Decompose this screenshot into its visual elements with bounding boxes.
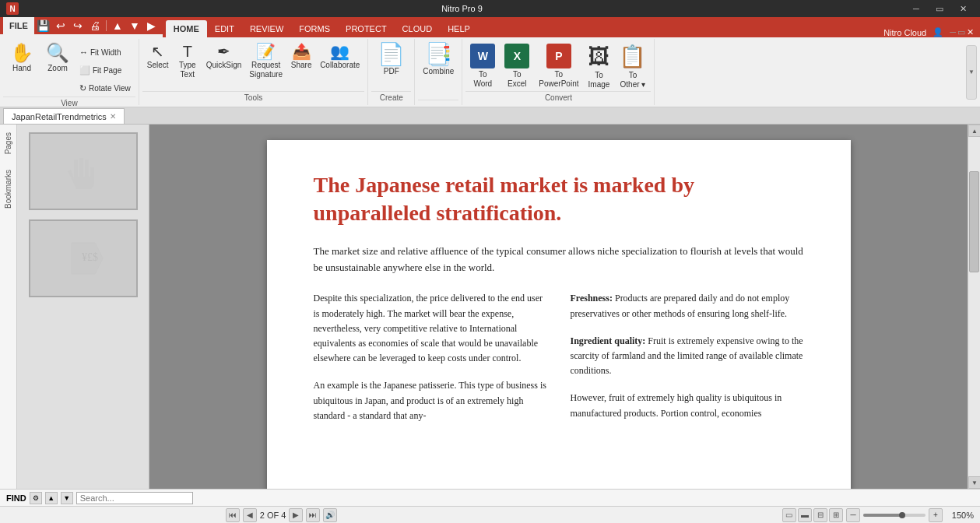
fit-width-button[interactable]: ↔ Fit Width [76, 44, 134, 61]
page-info: 2 OF 4 [260, 511, 286, 520]
tab-edit[interactable]: EDIT [207, 20, 242, 37]
undo-button[interactable]: ↩ [53, 19, 68, 33]
thumbnail-strip: ¥£$ [17, 125, 149, 489]
to-image-button[interactable]: 🖼 ToImage [585, 42, 613, 91]
tab-cloud[interactable]: CLOUD [395, 20, 441, 37]
find-next-button[interactable]: ▼ [61, 492, 73, 504]
hand-tool-button[interactable]: ✋ Hand [5, 42, 39, 75]
fit-page-button[interactable]: ⬜ Fit Page [76, 61, 134, 79]
quick-access-toolbar: FILE 💾 ↩ ↪ 🖨 ▲ ▼ ▶ [0, 17, 163, 34]
svg-text:¥£$: ¥£$ [82, 251, 98, 263]
ribbon-close[interactable]: ✕ [967, 27, 974, 37]
image-icon: 🖼 [588, 44, 609, 69]
tab-help[interactable]: HELP [440, 20, 478, 37]
restore-button[interactable]: ▭ [929, 2, 950, 16]
ribbon-restore[interactable]: ▭ [957, 27, 965, 37]
first-page-button[interactable]: ⏮ [226, 508, 240, 522]
convert-group-label: Convert [465, 91, 651, 104]
two-page-view[interactable]: ⊟ [813, 508, 827, 522]
user-icon[interactable]: 👤 [933, 27, 943, 37]
to-excel-button[interactable]: X ToExcel [501, 42, 532, 90]
excel-icon: X [504, 44, 529, 68]
find-settings-button[interactable]: ⚙ [30, 492, 42, 504]
document-tab[interactable]: JapanRetailTrendmetrics ✕ [3, 108, 125, 124]
ribbon-minimize[interactable]: ─ [950, 27, 956, 37]
page-navigation: ⏮ ◀ 2 OF 4 ▶ ⏭ 🔊 [226, 508, 338, 522]
scroll-up-button[interactable]: ▲ [968, 125, 980, 137]
vertical-scrollbar: ▲ ▼ [968, 125, 980, 489]
create-group-label: Create [371, 91, 411, 104]
left-panel: Pages Bookmarks [0, 125, 17, 489]
zoom-out-button[interactable]: ─ [846, 508, 860, 522]
zoom-slider[interactable] [863, 514, 926, 517]
pdf-heading: The Japanese retail market is marked by … [314, 171, 804, 228]
tools-group-label: Tools [142, 91, 365, 104]
audio-button[interactable]: 🔊 [323, 508, 337, 522]
single-page-view[interactable]: ▭ [782, 508, 796, 522]
share-button[interactable]: 📤 Share [287, 42, 315, 72]
select-icon: ↖ [151, 44, 164, 59]
type-text-button[interactable]: T TypeText [174, 42, 202, 81]
scroll-down-button[interactable]: ▼ [968, 476, 980, 489]
ribbon: ✋ Hand 🔍 Zoom ↔ Fit Width ⬜ Fit Page ↻ [0, 37, 980, 107]
scroll-thumb[interactable] [969, 171, 979, 273]
nitro-cloud-label[interactable]: Nitro Cloud [883, 28, 926, 37]
bookmarks-panel-tab[interactable]: Bookmarks [2, 165, 15, 213]
zoom-in-button[interactable]: + [929, 508, 943, 522]
other-icon: 📋 [619, 44, 646, 69]
rotate-view-button[interactable]: ↻ Rotate View [76, 79, 134, 97]
pdf-button[interactable]: 📄 PDF [374, 42, 408, 78]
document-tab-bar: JapanRetailTrendmetrics ✕ [0, 107, 980, 125]
scroll-track[interactable] [968, 137, 980, 476]
to-powerpoint-button[interactable]: P ToPowerPoint [536, 42, 581, 90]
collaborate-button[interactable]: 👥 Collaborate [317, 42, 363, 72]
find-prev-button[interactable]: ▲ [45, 492, 58, 504]
status-bar: ⏮ ◀ 2 OF 4 ▶ ⏭ 🔊 ▭ ▬ ⊟ ⊞ ─ + 150% [0, 506, 980, 523]
tab-protect[interactable]: PROTECT [338, 20, 395, 37]
close-tab-button[interactable]: ✕ [110, 112, 116, 121]
file-tab[interactable]: FILE [3, 17, 34, 34]
pdf-icon: 📄 [378, 44, 405, 65]
share-icon: 📤 [292, 44, 311, 59]
left-col-para1: Despite this specialization, the price d… [314, 291, 547, 366]
close-button[interactable]: ✕ [952, 2, 974, 16]
grid-view[interactable]: ⊞ [829, 508, 843, 522]
page-thumbnail-2[interactable]: ¥£$ [29, 219, 138, 297]
print-button[interactable]: 🖨 [87, 19, 103, 33]
tab-home[interactable]: HOME [166, 20, 207, 37]
prev-page-button[interactable]: ◀ [243, 508, 257, 522]
combine-group-label [418, 100, 458, 104]
quicksign-button[interactable]: ✒ QuickSign [203, 42, 245, 72]
request-signature-button[interactable]: 📝 RequestSignature [246, 42, 286, 81]
freshness-section: Freshness: Products are prepared daily a… [571, 291, 804, 321]
tab-review[interactable]: REVIEW [242, 20, 291, 37]
find-input[interactable] [76, 492, 193, 504]
combine-icon: 📑 [425, 44, 452, 65]
next-page-button[interactable]: ▶ [289, 508, 303, 522]
quicksign-icon: ✒ [217, 44, 230, 59]
continuous-view[interactable]: ▬ [798, 508, 812, 522]
combine-button[interactable]: 📑 Combine [420, 42, 457, 78]
minimize-button[interactable]: ─ [905, 2, 927, 16]
collaborate-icon: 👥 [330, 44, 349, 59]
find-bar: FIND ⚙ ▲ ▼ [0, 489, 980, 506]
ribbon-scroll-button[interactable]: ▼ [966, 45, 977, 100]
fit-page-icon: ⬜ [79, 65, 90, 75]
tab-forms[interactable]: FORMS [291, 20, 338, 37]
pages-panel-tab[interactable]: Pages [2, 128, 15, 159]
pdf-page: The Japanese retail market is marked by … [267, 140, 851, 489]
zoom-button[interactable]: 🔍 Zoom [40, 42, 75, 75]
zoom-level: 150% [946, 511, 974, 520]
qa-down[interactable]: ▼ [127, 19, 142, 33]
to-word-button[interactable]: W ToWord [467, 42, 498, 90]
document-area: Pages Bookmarks ¥£$ [0, 125, 980, 489]
to-other-button[interactable]: 📋 ToOther ▾ [616, 42, 649, 91]
qa-up[interactable]: ▲ [110, 19, 125, 33]
last-page-button[interactable]: ⏭ [306, 508, 320, 522]
qa-more[interactable]: ▶ [144, 19, 160, 33]
save-button[interactable]: 💾 [36, 19, 51, 33]
document-tab-label: JapanRetailTrendmetrics [12, 112, 107, 121]
page-thumbnail-1[interactable] [29, 132, 138, 210]
select-button[interactable]: ↖ Select [144, 42, 172, 72]
redo-button[interactable]: ↪ [70, 19, 86, 33]
